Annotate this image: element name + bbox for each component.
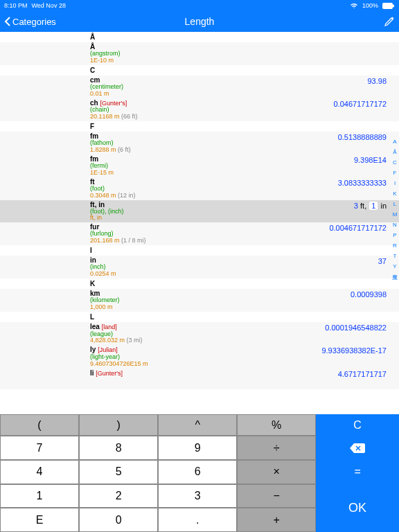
key-5[interactable]: 5: [79, 460, 158, 484]
unit-list[interactable]: ÅÅ(angstrom)1E-10 mCcm(centimeter)0.01 m…: [0, 32, 399, 414]
index-letter[interactable]: Y: [393, 263, 396, 269]
unit-value: 9.398E14: [263, 155, 387, 164]
index-letter[interactable]: Å: [393, 149, 396, 155]
nav-header: Categories Length: [0, 11, 399, 32]
section-header: Å: [0, 32, 399, 42]
index-letter[interactable]: L: [393, 201, 396, 207]
index-letter[interactable]: N: [393, 222, 397, 228]
unit-value: 3.0833333333: [263, 178, 387, 187]
unit-value: 9.9336938382E-17: [263, 346, 387, 355]
keypad: ()^%C789÷456×=123−OKE0.+: [0, 414, 399, 532]
unit-value: 37: [263, 256, 387, 265]
index-letter[interactable]: A: [393, 139, 396, 145]
key-ok[interactable]: OK: [316, 484, 399, 532]
key-7[interactable]: 7: [0, 436, 79, 460]
key-4[interactable]: 4: [0, 460, 79, 484]
key-exp[interactable]: E: [0, 508, 79, 532]
key-clear[interactable]: C: [316, 414, 399, 436]
unit-value: 0.5138888889: [263, 132, 387, 141]
unit-row[interactable]: li [Gunter's]4.6717171717: [0, 369, 399, 389]
index-letter[interactable]: T: [393, 253, 397, 259]
index-letter[interactable]: P: [393, 232, 396, 238]
section-header: K: [0, 278, 399, 289]
unit-value: 4.6717171717: [263, 369, 387, 378]
unit-row[interactable]: ly [Julian](light-year)9.4607304726E15 m…: [0, 345, 399, 369]
key-6[interactable]: 6: [158, 460, 237, 484]
key-3[interactable]: 3: [158, 484, 237, 508]
unit-row[interactable]: km(kilometer)1,000 m0.0009398: [0, 289, 399, 312]
key-0[interactable]: 0: [79, 508, 158, 532]
svg-rect-0: [382, 3, 393, 9]
key-1[interactable]: 1: [0, 484, 79, 508]
unit-row[interactable]: fm(fermi)1E-15 m9.398E14: [0, 154, 399, 177]
battery-icon: [382, 3, 395, 9]
unit-value: 3 ft, 1 in: [263, 201, 387, 210]
unit-row[interactable]: Å(angstrom)1E-10 m: [0, 42, 399, 65]
unit-value: 93.98: [263, 76, 387, 85]
unit-row[interactable]: fur(furlong)201.168 m (1 / 8 mi)0.004671…: [0, 222, 399, 245]
key-8[interactable]: 8: [79, 436, 158, 460]
unit-row[interactable]: lea [land](league)4,828.032 m (3 mi)0.00…: [0, 322, 399, 346]
key-9[interactable]: 9: [158, 436, 237, 460]
unit-value: 0.0001946548822: [263, 323, 387, 332]
page-title: Length: [0, 16, 399, 27]
index-letter[interactable]: M: [393, 211, 398, 218]
key-divide[interactable]: ÷: [237, 436, 316, 460]
section-header: L: [0, 312, 399, 322]
key-equals[interactable]: =: [316, 460, 399, 484]
status-bar: 8:10 PM Wed Nov 28 100%: [0, 0, 399, 11]
index-letter[interactable]: 魔: [392, 274, 398, 281]
unit-value: [263, 43, 387, 44]
key-rparen[interactable]: ): [79, 414, 158, 436]
key-caret[interactable]: ^: [158, 414, 237, 436]
section-header: I: [0, 245, 399, 256]
key-multiply[interactable]: ×: [237, 460, 316, 484]
key-2[interactable]: 2: [79, 484, 158, 508]
section-header: F: [0, 121, 399, 132]
index-letter[interactable]: F: [393, 170, 397, 176]
back-button[interactable]: Categories: [4, 17, 56, 27]
edit-button[interactable]: [384, 16, 395, 27]
unit-row[interactable]: ft, in(foot), (inch)ft, in3 ft, 1 in: [0, 200, 399, 223]
unit-row[interactable]: fm(fathom)1.8288 m (6 ft)0.5138888889: [0, 132, 399, 154]
unit-value: 0.04671717172: [263, 99, 387, 108]
status-date: Wed Nov 28: [32, 2, 66, 9]
key-plus[interactable]: +: [237, 508, 316, 532]
section-header: C: [0, 65, 399, 76]
battery-pct: 100%: [362, 2, 378, 9]
wifi-icon: [350, 3, 358, 9]
index-letter[interactable]: I: [394, 180, 396, 186]
index-letter[interactable]: C: [393, 159, 397, 166]
unit-row[interactable]: in(inch)0.0254 m37: [0, 256, 399, 278]
key-lparen[interactable]: (: [0, 414, 79, 436]
alpha-index[interactable]: AÅCFIKLMNPRTY魔: [392, 139, 398, 281]
unit-row[interactable]: ch [Gunter's](chain)20.1168 m (66 ft)0.0…: [0, 98, 399, 122]
unit-value: 0.0009398: [263, 290, 387, 299]
key-dot[interactable]: .: [158, 508, 237, 532]
key-backspace[interactable]: [316, 436, 399, 460]
status-time: 8:10 PM: [4, 2, 28, 9]
svg-rect-1: [393, 4, 394, 7]
unit-row[interactable]: cm(centimeter)0.01 m93.98: [0, 76, 399, 98]
back-label: Categories: [12, 17, 56, 27]
key-minus[interactable]: −: [237, 484, 316, 508]
key-percent[interactable]: %: [237, 414, 316, 436]
index-letter[interactable]: R: [393, 242, 397, 249]
index-letter[interactable]: K: [393, 190, 396, 197]
unit-row[interactable]: ft(foot)0.3048 m (12 in)3.0833333333: [0, 177, 399, 200]
unit-value: 0.004671717172: [263, 223, 387, 232]
